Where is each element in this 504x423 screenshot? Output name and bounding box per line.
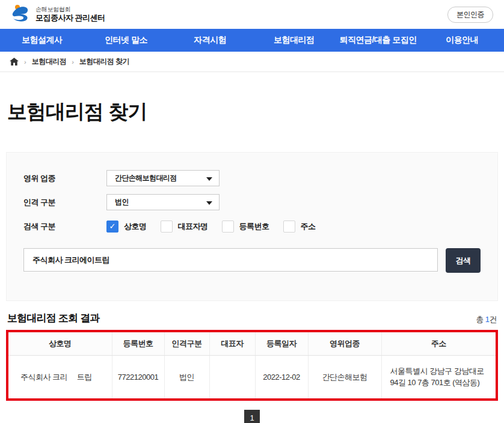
results-total-suffix: 건 <box>490 315 497 324</box>
business-type-selected-value: 간단손해보험대리점 <box>115 173 177 183</box>
identity-verification-button[interactable]: 본인인증 <box>447 7 493 23</box>
check-group-business-name: 상호명 <box>106 221 147 233</box>
col-header-representative: 대표자 <box>209 332 255 355</box>
nav-item-usage-guide[interactable]: 이용안내 <box>420 29 504 52</box>
col-header-registration-date: 등록일자 <box>255 332 308 355</box>
logo-association-name: 손해보험협회 <box>35 6 105 14</box>
results-total: 총 1건 <box>476 314 497 325</box>
dropdown-arrow-icon <box>206 177 212 181</box>
global-nav: 보험설계사 인터넷 말소 자격시험 보험대리점 퇴직연금/대출 모집인 이용안내 <box>0 29 504 52</box>
breadcrumb-item-agency-search[interactable]: 보험대리점 찾기 <box>79 56 129 67</box>
page-title: 보험대리점 찾기 <box>7 99 504 126</box>
search-button[interactable]: 검색 <box>446 248 481 273</box>
check-group-registration-number: 등록번호 <box>222 221 269 233</box>
entity-type-select[interactable]: 법인 <box>106 194 220 210</box>
nav-item-insurance-planner[interactable]: 보험설계사 <box>0 29 84 52</box>
header: 손해보험협회 모집종사자 관리센터 본인인증 <box>0 0 504 29</box>
page-button-1[interactable]: 1 <box>244 410 260 423</box>
col-header-entity-type: 인격구분 <box>164 332 209 355</box>
col-header-business-name: 상호명 <box>8 332 112 355</box>
pagination: 1 <box>0 410 504 423</box>
entity-type-label: 인격 구분 <box>23 197 106 208</box>
keyword-row: 검색 <box>23 248 481 273</box>
results-total-count: 1 <box>485 315 490 324</box>
business-name-checkbox[interactable] <box>106 221 118 233</box>
table-row[interactable]: 주식회사 크리 트립 7722120001 법인 2022-12-02 간단손해… <box>8 355 496 398</box>
logo-text: 손해보험협회 모집종사자 관리센터 <box>35 6 105 23</box>
results-header: 보험대리점 조회 결과 총 1건 <box>7 311 497 325</box>
address-checkbox[interactable] <box>283 221 295 233</box>
cell-entity-type: 법인 <box>164 355 209 398</box>
results-total-prefix: 총 <box>476 315 485 324</box>
cell-address: 서울특별시 강남구 강남대로94길 10 7층 701호 (역삼동) <box>381 355 496 398</box>
nav-item-insurance-agency[interactable]: 보험대리점 <box>252 29 336 52</box>
nav-item-pension-loan-recruiter[interactable]: 퇴직연금/대출 모집인 <box>336 29 420 52</box>
breadcrumb: › 보험대리점 › 보험대리점 찾기 <box>0 52 504 72</box>
representative-name-checkbox-label[interactable]: 대표자명 <box>178 221 208 232</box>
nav-item-qualification-exam[interactable]: 자격시험 <box>168 29 252 52</box>
dropdown-arrow-icon <box>206 201 212 205</box>
entity-type-row: 인격 구분 법인 <box>23 194 481 210</box>
cell-business-type: 간단손해보험 <box>308 355 381 398</box>
logo-center-name: 모집종사자 관리센터 <box>35 13 105 23</box>
registration-number-checkbox-label[interactable]: 등록번호 <box>239 221 269 232</box>
results-title: 보험대리점 조회 결과 <box>7 311 100 325</box>
home-icon[interactable] <box>10 58 19 65</box>
cell-registration-number: 7722120001 <box>112 355 164 398</box>
breadcrumb-item-agency[interactable]: 보험대리점 <box>32 56 67 67</box>
search-panel: 영위 업종 간단손해보험대리점 인격 구분 법인 검색 구분 상호명 대표자명 … <box>6 152 498 301</box>
search-category-label: 검색 구분 <box>23 221 106 232</box>
business-type-select[interactable]: 간단손해보험대리점 <box>106 170 220 186</box>
check-group-address: 주소 <box>283 221 316 233</box>
entity-type-selected-value: 법인 <box>115 197 129 207</box>
search-category-row: 검색 구분 상호명 대표자명 등록번호 주소 <box>23 218 481 234</box>
business-type-label: 영위 업종 <box>23 173 106 184</box>
knia-logo-icon <box>11 4 31 25</box>
logo[interactable]: 손해보험협회 모집종사자 관리센터 <box>11 4 105 25</box>
col-header-address: 주소 <box>381 332 496 355</box>
business-name-checkbox-label[interactable]: 상호명 <box>124 221 147 232</box>
results-table: 상호명 등록번호 인격구분 대표자 등록일자 영위업종 주소 주식회사 크리 트… <box>8 332 496 398</box>
col-header-registration-number: 등록번호 <box>112 332 164 355</box>
results-table-highlight: 상호명 등록번호 인격구분 대표자 등록일자 영위업종 주소 주식회사 크리 트… <box>6 330 498 401</box>
business-type-row: 영위 업종 간단손해보험대리점 <box>23 170 481 186</box>
representative-name-checkbox[interactable] <box>161 221 173 233</box>
cell-registration-date: 2022-12-02 <box>255 355 308 398</box>
keyword-input[interactable] <box>23 248 438 272</box>
check-group-representative-name: 대표자명 <box>161 221 208 233</box>
col-header-business-type: 영위업종 <box>308 332 381 355</box>
breadcrumb-separator-icon: › <box>72 58 74 65</box>
address-checkbox-label[interactable]: 주소 <box>301 221 316 232</box>
nav-item-internet-cancellation[interactable]: 인터넷 말소 <box>84 29 168 52</box>
registration-number-checkbox[interactable] <box>222 221 234 233</box>
table-header-row: 상호명 등록번호 인격구분 대표자 등록일자 영위업종 주소 <box>8 332 496 355</box>
cell-business-name: 주식회사 크리 트립 <box>8 355 112 398</box>
cell-representative <box>209 355 255 398</box>
breadcrumb-separator-icon: › <box>24 58 26 65</box>
